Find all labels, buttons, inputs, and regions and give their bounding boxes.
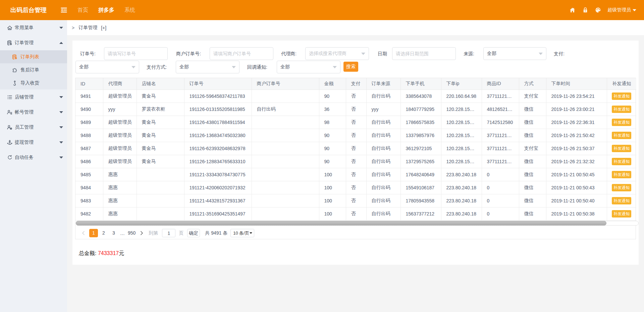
table-cell: 惠惠 — [103, 194, 137, 207]
app-title: 出码后台管理 — [10, 6, 47, 14]
table-cell — [252, 168, 319, 181]
table-cell — [252, 116, 319, 129]
table-cell — [137, 207, 184, 220]
table-cell: 90 — [319, 89, 346, 103]
table-cell: 黄金马 — [137, 129, 184, 142]
home-icon — [7, 25, 12, 30]
prev-page-button[interactable] — [81, 229, 86, 237]
resend-notify-button[interactable]: 补发通知 — [612, 210, 631, 217]
table-cell: 2019-11-26 21:32:32 — [546, 155, 607, 168]
page-button-950[interactable]: 950 — [127, 229, 137, 237]
table-cell: 3385643078 — [400, 89, 441, 103]
main-area: > 订单管理 [+] 订单号: 商户订单号: 代理商: 选择或搜索代理商 日期 … — [67, 20, 644, 312]
after-sale-icon — [12, 67, 17, 73]
table-cell — [252, 155, 319, 168]
table-cell: 98 — [319, 116, 346, 129]
resend-notify-button[interactable]: 补发通知 — [612, 145, 631, 152]
table-cell: 自行出码 — [366, 89, 400, 103]
sidebar-item-label: 员工管理 — [15, 124, 34, 130]
merchant-order-no-label: 商户订单号: — [176, 47, 201, 60]
table-cell: 微信 — [519, 194, 546, 207]
caret-down-icon — [539, 53, 543, 55]
table-row: 9482惠惠191121-351690425351497100否自行出码1563… — [75, 207, 636, 220]
table-cell — [252, 129, 319, 142]
sidebar-item-accounts[interactable]: 帐号管理 — [0, 105, 67, 120]
table-cell: 37711121… — [482, 89, 519, 103]
resend-notify-button[interactable]: 补发通知 — [612, 132, 631, 139]
table-cell: 2019-11-21 00:50:45 — [546, 168, 607, 181]
breadcrumb-expand-button[interactable]: [+] — [101, 25, 106, 30]
user-menu[interactable]: 超级管理员 — [607, 7, 636, 13]
withdraw-icon — [7, 140, 12, 145]
table-cell: 191121-333430784730775 — [184, 168, 252, 181]
page-button-2[interactable]: 2 — [99, 229, 108, 237]
table-cell: 7142512580 — [482, 116, 519, 129]
scrollbar-thumb[interactable] — [76, 221, 606, 226]
table-cell: 48126521… — [482, 103, 519, 116]
orders-icon — [7, 40, 12, 46]
page-button-3[interactable]: 3 — [109, 229, 118, 237]
table-cell: 支付宝 — [519, 142, 546, 155]
nav-item-pinduoduo[interactable]: 拼多多 — [98, 7, 114, 14]
resend-notify-button[interactable]: 补发通知 — [612, 119, 631, 126]
sidebar-item-orders[interactable]: 订单管理 — [0, 35, 67, 50]
collapse-menu-icon[interactable] — [61, 7, 67, 13]
goto-page-input[interactable] — [162, 229, 175, 237]
lock-icon[interactable] — [583, 7, 587, 13]
sidebar-item-home[interactable]: 常用菜单 — [0, 20, 67, 35]
next-page-button[interactable] — [139, 229, 144, 237]
sidebar-item-withdraw[interactable]: 提现管理 — [0, 135, 67, 150]
table-cell: 9491 — [75, 89, 103, 103]
home-icon[interactable] — [570, 7, 575, 13]
table-row: 9490yyy罗裳衣衣柜191126-013155205811985自行出码36… — [75, 103, 636, 116]
sidebar-item-staff[interactable]: 员工管理 — [0, 120, 67, 135]
sidebar-subitem-order-list[interactable]: 订单列表 — [0, 50, 67, 63]
sidebar-subitem-after-sale[interactable]: 售后订单 — [0, 63, 67, 76]
table-cell: 微信 — [519, 103, 546, 116]
table-cell: 支付宝 — [519, 89, 546, 103]
pay-status-select[interactable]: 全部 — [75, 61, 139, 73]
table-cell — [252, 89, 319, 103]
sidebar-item-auto-task[interactable]: 自动任务 — [0, 150, 67, 165]
resend-notify-button[interactable]: 补发通知 — [612, 184, 631, 191]
order-no-input[interactable] — [104, 47, 168, 60]
confirm-page-button[interactable]: 确定 — [187, 229, 200, 237]
nav-item-system[interactable]: 系统 — [124, 7, 135, 14]
table-row: 9487超级管理员黄金马191126-62393204863297890否自行出… — [75, 142, 636, 155]
resend-notify-button[interactable]: 补发通知 — [612, 171, 631, 178]
table-cell: 微信 — [519, 181, 546, 194]
table-cell: 191126-623932048632978 — [184, 142, 252, 155]
table-cell: 223.80.240.18 — [441, 168, 482, 181]
chevron-down-icon — [59, 126, 63, 128]
chevron-down-icon — [59, 96, 63, 98]
table-cell: 否 — [346, 155, 366, 168]
column-header: 店铺名 — [137, 78, 184, 89]
page-size-select[interactable]: 10 条/页 — [230, 229, 254, 237]
table-cell-action: 补发通知 — [607, 168, 636, 181]
table-cell-action: 补发通知 — [607, 116, 636, 129]
sidebar-subitem-import-goods[interactable]: 导入收货 — [0, 76, 67, 89]
theme-palette-icon[interactable] — [595, 7, 601, 13]
search-button[interactable]: 搜索 — [343, 62, 358, 72]
resend-notify-button[interactable]: 补发通知 — [612, 197, 631, 204]
source-select[interactable]: 全部 — [483, 47, 546, 60]
page-button-1[interactable]: 1 — [89, 229, 98, 237]
date-range-input[interactable] — [392, 47, 456, 60]
sidebar-item-shop[interactable]: 店铺管理 — [0, 89, 67, 105]
callback-select[interactable]: 全部 — [277, 61, 340, 73]
breadcrumb-current[interactable]: 订单管理 — [78, 25, 97, 31]
table-cell: 191126-596458374211783 — [184, 89, 252, 103]
pay-method-label: 支付方式: — [147, 61, 167, 73]
table-cell: 否 — [346, 181, 366, 194]
table-cell: 191126-013155205811985 — [184, 103, 252, 116]
resend-notify-button[interactable]: 补发通知 — [612, 158, 631, 165]
nav-item-home[interactable]: 首页 — [77, 7, 88, 14]
resend-notify-button[interactable]: 补发通知 — [612, 92, 631, 100]
pay-method-select[interactable]: 全部 — [176, 61, 239, 73]
table-cell: 9487 — [75, 142, 103, 155]
order-list-icon — [12, 54, 17, 60]
resend-notify-button[interactable]: 补发通知 — [612, 106, 631, 113]
merchant-order-no-input[interactable] — [210, 47, 273, 60]
table-cell: 2019-11-21 00:50:40 — [546, 194, 607, 207]
agent-select[interactable]: 选择或搜索代理商 — [305, 47, 369, 60]
